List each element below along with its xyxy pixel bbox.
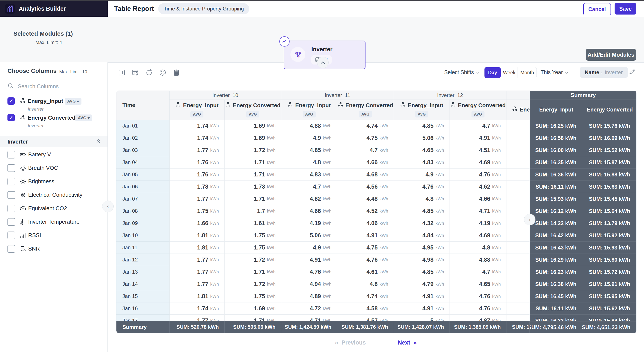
property-checkbox[interactable] xyxy=(8,151,15,158)
property-checkbox[interactable] xyxy=(8,245,15,253)
collapse-modules-button[interactable] xyxy=(317,57,328,68)
period-option-week[interactable]: Week xyxy=(501,67,518,78)
property-item-electrical-conductivity[interactable]: Electrical Conductivity xyxy=(0,188,108,202)
property-checkbox[interactable] xyxy=(8,191,15,199)
property-item-equivalent-co2[interactable]: CO₂Equivalent CO2 xyxy=(0,202,108,215)
property-node-icon xyxy=(338,102,343,109)
trend-badge-icon xyxy=(279,36,290,47)
table-cell: 4.56kWh xyxy=(337,181,394,193)
property-checkbox[interactable] xyxy=(8,205,15,212)
select-shifts-dropdown[interactable]: Select Shifts xyxy=(444,69,480,75)
next-page-button[interactable]: Next» xyxy=(398,339,417,346)
selected-modules-title: Selected Modules (1) xyxy=(14,30,73,37)
table-cell: 5.06kWh xyxy=(281,229,337,242)
sidebar-collapse-button[interactable]: ‹ xyxy=(102,201,114,212)
group-label: Inverter_10 xyxy=(170,91,281,100)
property-checkbox[interactable] xyxy=(8,218,15,226)
table-cell: 4.91kWh xyxy=(394,302,450,315)
search-columns-input[interactable] xyxy=(17,83,95,90)
period-option-month[interactable]: Month xyxy=(518,67,536,78)
table-cell: 4.91kWh xyxy=(337,229,394,242)
cancel-button[interactable]: Cancel xyxy=(583,3,611,15)
table-cell: 1.71kWh xyxy=(224,193,281,205)
row-time: Jan 08 xyxy=(116,205,170,217)
previous-page-button[interactable]: «Previous xyxy=(335,339,366,346)
column-group-inverter_12: Inverter_12Energy_InputAVGEnergy Convert… xyxy=(394,91,506,120)
table-cell: 4.89kWh xyxy=(281,290,337,302)
table-cell: 4.79kWh xyxy=(394,278,450,290)
summary-panel-row: SUM: 16.12 kWhSUM: 15.64 kWh xyxy=(530,205,636,217)
property-item-snr[interactable]: SNR xyxy=(0,242,108,255)
period-option-day[interactable]: Day xyxy=(484,67,501,78)
property-checkbox[interactable] xyxy=(8,232,15,239)
column-group-inverter_11: Inverter_11Energy_InputAVGEnergy Convert… xyxy=(281,91,394,120)
aggregation-dropdown[interactable]: AVG▾ xyxy=(75,114,92,121)
table-cell: 4.75kWh xyxy=(337,242,394,254)
table-cell-partial xyxy=(506,120,530,132)
property-checkbox[interactable] xyxy=(8,178,15,186)
summary-cell: SUM: 16.09 kWh xyxy=(583,132,636,144)
energy-input-checkbox[interactable]: ✓ xyxy=(8,97,15,105)
aggregation-dropdown[interactable]: AVG▾ xyxy=(64,98,82,105)
module-group-header[interactable]: Inverter xyxy=(0,136,108,147)
svg-text:CO₂: CO₂ xyxy=(22,208,25,210)
row-time: Jan 10 xyxy=(116,229,170,242)
property-item-rssi[interactable]: RSSI xyxy=(0,229,108,242)
date-range-dropdown[interactable]: This Year xyxy=(540,69,569,75)
sun-icon xyxy=(20,178,26,185)
table-cell: 1.75kWh xyxy=(224,229,281,242)
table-cell-partial xyxy=(506,229,530,242)
row-time: Jan 13 xyxy=(116,266,170,278)
table-cell: 4.88kWh xyxy=(281,120,337,132)
save-button[interactable]: Save xyxy=(614,3,636,15)
property-item-brightness[interactable]: Brightness xyxy=(0,175,108,188)
summary-cell: SUM: 15.52 kWh xyxy=(583,144,636,156)
signal-bars-icon xyxy=(20,232,26,239)
property-label: Equivalent CO2 xyxy=(28,205,67,212)
summary-group-header: Summary xyxy=(530,91,636,100)
edit-name-icon[interactable] xyxy=(628,68,636,76)
module-icon xyxy=(290,47,305,62)
summary-panel: SummaryEnergy_InputEnergy ConvertedSUM: … xyxy=(530,91,636,333)
table-cell: 4.66kWh xyxy=(281,205,337,217)
property-node-icon xyxy=(450,102,456,109)
agg-badge: AVG xyxy=(472,111,485,117)
clipboard-icon[interactable] xyxy=(172,68,180,77)
columns-layout-icon[interactable] xyxy=(118,68,126,77)
summary-cell: SUM: 16.11 kWh xyxy=(530,181,583,193)
row-time: Jan 04 xyxy=(116,156,170,168)
scroll-right-button[interactable]: › xyxy=(524,214,536,225)
palette-icon[interactable] xyxy=(158,68,167,77)
summary-column-header: Energy Converted xyxy=(583,100,636,120)
column-header-energy-input: Energy_InputAVG xyxy=(170,100,224,120)
row-time: Jan 03 xyxy=(116,144,170,156)
property-node-icon xyxy=(20,98,26,105)
property-checkbox[interactable] xyxy=(8,164,15,172)
table-settings-icon[interactable] xyxy=(131,68,140,77)
name-filter-pill[interactable]: Name - Inverter xyxy=(580,67,628,78)
table-cell: 4.91kWh xyxy=(450,132,506,144)
energy-converted-checkbox[interactable]: ✓ xyxy=(8,114,15,121)
add-edit-modules-button[interactable]: Add/Edit Modules xyxy=(586,49,636,61)
summary-cell: SUM: 16.00 kWh xyxy=(530,144,583,156)
summary-cell: SUM: 16.29 kWh xyxy=(530,254,583,266)
table-cell: 4.62kWh xyxy=(450,181,506,193)
group-label xyxy=(506,91,530,100)
summary-cell: SUM: 16.12 kWh xyxy=(530,205,583,217)
property-item-battery-v[interactable]: Battery V xyxy=(0,148,108,161)
summary-cell: SUM: 15.64 kWh xyxy=(583,205,636,217)
table-cell: 5.06kWh xyxy=(394,132,450,144)
summary-cell: SUM: 16.38 kWh xyxy=(530,278,583,290)
summary-row-value: SUM: 1,381.76 kWh xyxy=(337,321,394,333)
selected-modules-band: Selected Modules (1) Max. Limit: 4 Inver… xyxy=(0,17,644,63)
refresh-icon[interactable] xyxy=(145,68,153,77)
property-label: Electrical Conductivity xyxy=(28,192,82,198)
summary-cell: SUM: 15.91 kWh xyxy=(583,278,636,290)
property-item-breath-voc[interactable]: Breath VOC xyxy=(0,161,108,175)
table-cell: 1.66kWh xyxy=(170,217,224,229)
table-cell: 4.74kWh xyxy=(337,120,394,132)
table-cell: 4.68kWh xyxy=(337,168,394,181)
chevrons-up-icon[interactable] xyxy=(96,138,101,145)
table-cell: 1.77kWh xyxy=(170,193,224,205)
property-item-inverter-temperature[interactable]: Inverter Temperature xyxy=(0,215,108,229)
